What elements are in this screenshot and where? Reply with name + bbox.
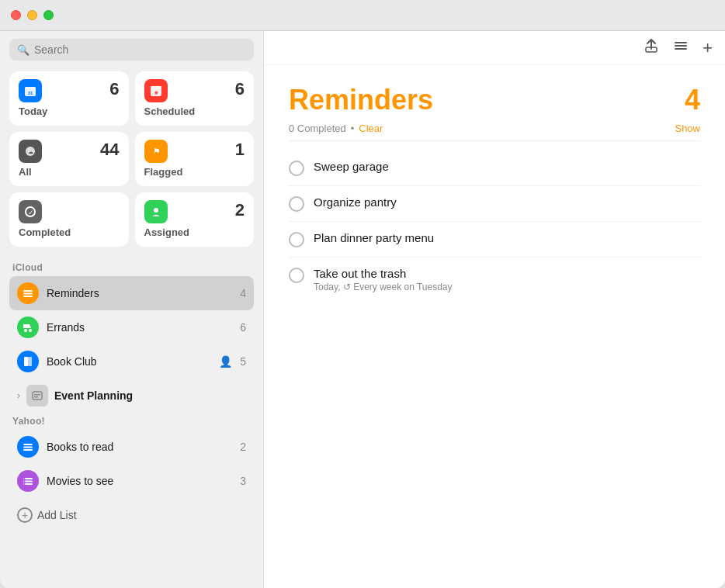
today-icon: 31	[19, 79, 42, 102]
list-options-icon[interactable]	[673, 38, 689, 57]
maximize-button[interactable]	[43, 10, 54, 20]
assigned-label: Assigned	[144, 227, 245, 238]
reminder-title-4: Take out the trash	[314, 267, 453, 280]
add-list-label: Add List	[37, 509, 77, 521]
list-item-movies-to-see[interactable]: Movies to see 3	[9, 464, 254, 498]
yahoo-section-header: Yahoo!	[9, 416, 254, 427]
search-bar[interactable]: 🔍	[9, 39, 254, 61]
svg-point-29	[24, 481, 26, 483]
svg-rect-1	[25, 87, 36, 90]
completed-label: Completed	[19, 227, 120, 238]
svg-point-11	[154, 208, 158, 213]
svg-text:⚑: ⚑	[153, 147, 161, 156]
traffic-lights	[11, 10, 54, 20]
smart-card-all[interactable]: ☁ 44 All	[9, 132, 129, 186]
icloud-section-header: iCloud	[9, 262, 254, 273]
reminder-checkbox-2[interactable]	[289, 196, 304, 212]
svg-rect-14	[23, 296, 33, 297]
flagged-label: Flagged	[144, 166, 245, 178]
completed-count-text: 0 Completed	[289, 123, 346, 134]
movies-to-see-icon	[17, 470, 39, 492]
close-button[interactable]	[11, 10, 21, 20]
scheduled-icon: ◉	[144, 79, 168, 102]
content-toolbar: +	[264, 31, 725, 65]
smart-card-flagged[interactable]: ⚑ 1 Flagged	[135, 132, 255, 186]
completed-icon: ✓	[19, 200, 42, 223]
search-input[interactable]	[34, 43, 246, 56]
show-button[interactable]: Show	[675, 123, 700, 134]
list-item-reminders[interactable]: Reminders 4	[9, 276, 254, 310]
reminder-list: Sweep garage Organize pantry	[289, 150, 700, 302]
search-icon: 🔍	[17, 44, 29, 56]
svg-rect-24	[23, 449, 33, 451]
svg-rect-22	[23, 444, 33, 445]
reminder-item-plan-dinner: Plan dinner party menu	[289, 222, 700, 258]
svg-rect-34	[675, 48, 687, 50]
main-content: + Reminders 4 0 Completed • Clear Show	[264, 31, 725, 588]
svg-text:☁: ☁	[28, 149, 33, 154]
scheduled-label: Scheduled	[144, 105, 245, 117]
content-area: Reminders 4 0 Completed • Clear Show Swe…	[264, 65, 725, 588]
today-count: 6	[109, 79, 119, 99]
svg-rect-21	[34, 396, 38, 398]
books-to-read-count: 2	[240, 441, 246, 453]
list-item-book-club[interactable]: Book Club 👤 5	[9, 344, 254, 379]
assigned-icon	[144, 200, 168, 223]
all-label: All	[19, 166, 120, 178]
list-item-books-to-read[interactable]: Books to read 2	[9, 430, 254, 464]
svg-rect-23	[23, 447, 33, 448]
book-club-list-name: Book Club	[47, 355, 211, 368]
share-icon[interactable]	[643, 38, 659, 57]
smart-grid: 31 6 Today ◉	[9, 71, 254, 247]
svg-text:✓: ✓	[28, 209, 34, 216]
flagged-count: 1	[235, 140, 245, 160]
smart-card-today[interactable]: 31 6 Today	[9, 71, 129, 126]
reminder-subtitle-4: Today, ↺ Every week on Tuesday	[314, 282, 453, 292]
flagged-icon: ⚑	[144, 140, 168, 163]
reminder-checkbox-3[interactable]	[289, 232, 304, 247]
svg-rect-33	[675, 45, 687, 47]
event-planning-chevron-icon: ›	[17, 390, 20, 401]
today-label: Today	[19, 105, 120, 117]
smart-card-scheduled[interactable]: ◉ 6 Scheduled	[135, 71, 255, 126]
errands-list-name: Errands	[47, 321, 232, 334]
svg-point-15	[24, 329, 27, 332]
scheduled-count: 6	[235, 79, 245, 99]
add-reminder-icon[interactable]: +	[702, 38, 713, 58]
reminders-total-count: 4	[685, 84, 700, 116]
minimize-button[interactable]	[27, 10, 37, 20]
reminder-item-sweep-garage: Sweep garage	[289, 150, 700, 186]
smart-card-assigned[interactable]: 2 Assigned	[135, 192, 255, 247]
svg-rect-18	[28, 357, 32, 366]
add-list-button[interactable]: + Add List	[9, 501, 254, 529]
reminders-title-bar: Reminders 4	[289, 84, 700, 116]
list-item-errands[interactable]: Errands 6	[9, 310, 254, 344]
errands-list-icon	[17, 316, 39, 338]
all-icon: ☁	[19, 140, 42, 163]
clear-button[interactable]: Clear	[359, 123, 383, 134]
reminder-title-3: Plan dinner party menu	[314, 231, 434, 244]
reminder-checkbox-1[interactable]	[289, 161, 304, 176]
svg-point-16	[29, 329, 32, 332]
reminder-title-1: Sweep garage	[314, 160, 389, 173]
titlebar	[0, 0, 725, 31]
svg-rect-17	[24, 357, 28, 366]
reminder-item-organize-pantry: Organize pantry	[289, 186, 700, 222]
svg-point-28	[24, 478, 26, 479]
svg-text:31: 31	[28, 91, 33, 95]
reminders-list-count: 4	[240, 287, 246, 299]
books-to-read-name: Books to read	[47, 441, 232, 453]
book-club-shared-icon: 👤	[219, 355, 232, 368]
reminders-list-name: Reminders	[47, 287, 232, 299]
reminder-checkbox-4[interactable]	[289, 268, 304, 283]
group-item-event-planning[interactable]: › Event Planning	[9, 379, 254, 413]
movies-to-see-count: 3	[240, 475, 246, 487]
movies-to-see-name: Movies to see	[47, 475, 232, 487]
window: 🔍 31 6	[0, 0, 725, 588]
reminders-list-icon	[17, 282, 39, 304]
smart-card-completed[interactable]: ✓ Completed	[9, 192, 129, 247]
sidebar: 🔍 31 6	[0, 31, 264, 588]
book-club-list-count: 5	[240, 355, 246, 368]
svg-point-30	[24, 483, 26, 485]
books-to-read-icon	[17, 436, 39, 458]
